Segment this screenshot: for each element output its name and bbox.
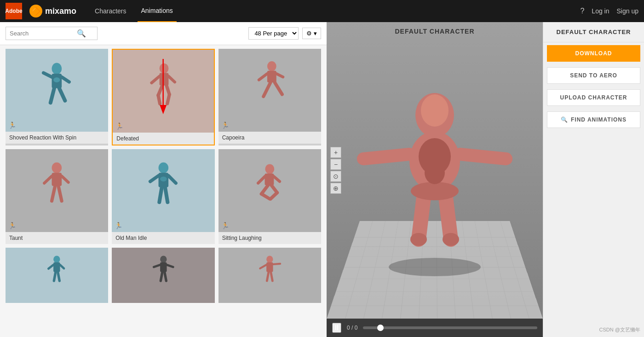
send-to-aero-button[interactable]: SEND TO AERO	[547, 67, 640, 84]
left-panel: 🔍 48 Per page 24 Per page 12 Per page ⚙ …	[0, 22, 327, 337]
svg-point-62	[389, 258, 481, 276]
svg-line-43	[270, 193, 277, 199]
upload-character-button[interactable]: UPLOAD CHARACTER	[547, 89, 640, 106]
zoom-out-button[interactable]: −	[330, 159, 341, 170]
search-icon: 🔍	[77, 29, 86, 38]
search-bar: 🔍 48 Per page 24 Per page 12 Per page ⚙ …	[0, 22, 327, 45]
anim-card-0[interactable]: 🏃 Shoved Reaction With Spin	[6, 49, 108, 145]
svg-point-7	[160, 64, 169, 74]
svg-rect-8	[160, 73, 169, 85]
svg-line-32	[168, 176, 176, 183]
svg-point-23	[52, 163, 62, 173]
svg-point-76	[411, 182, 459, 200]
anim-label-1: Defeated	[113, 133, 213, 145]
download-button[interactable]: DOWNLOAD	[547, 45, 640, 62]
char-figure-0	[16, 57, 98, 123]
svg-point-0	[52, 63, 62, 75]
per-page-select[interactable]: 48 Per page 24 Per page 12 Per page	[248, 27, 299, 40]
main-layout: 🔍 48 Per page 24 Per page 12 Per page ⚙ …	[0, 22, 644, 337]
svg-line-52	[154, 265, 160, 267]
help-icon[interactable]: ?	[580, 7, 584, 15]
svg-line-48	[54, 272, 56, 281]
timeline-thumb[interactable]	[377, 325, 384, 331]
anim-card-5[interactable]: 🏃 Sitting Laughing	[218, 149, 321, 244]
char-figure-7	[122, 253, 205, 297]
top-navigation: Adobe 🔶 mixamo Characters Animations ? L…	[0, 0, 644, 22]
svg-line-28	[58, 186, 62, 201]
time-display: 0 / 0	[347, 325, 357, 331]
animation-grid-wrap: 🏃 Shoved Reaction With Spin	[0, 45, 327, 337]
char-figure-8	[229, 253, 311, 297]
character-3d-svg	[347, 55, 522, 285]
svg-line-4	[51, 88, 54, 103]
nav-characters[interactable]: Characters	[91, 0, 130, 22]
svg-line-41	[261, 194, 270, 199]
timeline-track[interactable]	[363, 326, 537, 329]
run-icon-2: 🏃	[221, 122, 229, 129]
svg-line-70	[460, 154, 506, 159]
svg-line-53	[167, 265, 173, 267]
run-icon-3: 🏃	[8, 222, 16, 229]
signup-link[interactable]: Sign up	[617, 7, 638, 15]
svg-line-14	[167, 94, 170, 104]
anim-card-2[interactable]: 🏃 Capoeira	[218, 49, 321, 145]
reset-view-button[interactable]: ⊙	[330, 171, 341, 182]
pause-button[interactable]: ⏸	[332, 323, 341, 333]
char-figure-2	[229, 57, 311, 123]
svg-line-12	[158, 95, 160, 104]
svg-line-31	[150, 176, 158, 182]
search-input-wrap: 🔍	[6, 27, 98, 40]
char-figure-6	[16, 253, 98, 297]
svg-line-27	[52, 186, 55, 201]
camera-button[interactable]: ⊕	[330, 183, 341, 194]
anim-label-4: Old Man Idle	[112, 232, 214, 244]
search-input[interactable]	[10, 30, 74, 37]
svg-point-35	[160, 176, 167, 181]
svg-line-21	[264, 82, 270, 97]
svg-line-61	[271, 272, 273, 281]
svg-rect-24	[52, 173, 62, 186]
anim-card-3[interactable]: 🏃 Taunt	[6, 149, 108, 244]
anim-card-4[interactable]: 🏃 Old Man Idle	[112, 149, 214, 244]
adobe-label: Adobe	[5, 8, 22, 14]
run-icon-1: 🏃	[115, 122, 123, 130]
svg-line-33	[159, 187, 161, 202]
svg-point-36	[265, 164, 274, 174]
magnifier-icon: 🔍	[561, 116, 568, 123]
gear-button[interactable]: ⚙ ▾	[302, 28, 321, 39]
svg-line-10	[169, 76, 175, 82]
svg-point-17	[267, 61, 276, 71]
viewport-title: DEFAULT CHARACTER	[395, 28, 474, 35]
svg-line-22	[275, 82, 282, 94]
svg-line-34	[165, 187, 167, 202]
sidebar-title: DEFAULT CHARACTER	[543, 22, 644, 42]
svg-point-71	[500, 153, 512, 164]
svg-point-75	[443, 233, 459, 246]
svg-line-46	[49, 265, 54, 268]
svg-rect-51	[160, 262, 167, 272]
anim-card-8[interactable]	[218, 248, 321, 303]
svg-line-25	[45, 176, 52, 183]
anim-card-7[interactable]	[112, 248, 214, 303]
svg-point-50	[160, 256, 167, 263]
login-link[interactable]: Log in	[592, 7, 609, 15]
svg-line-26	[62, 176, 68, 183]
char-figure-1	[123, 58, 203, 124]
find-animations-button[interactable]: 🔍 FIND ANIMATIONS	[547, 111, 640, 128]
find-anim-label: FIND ANIMATIONS	[571, 116, 627, 123]
run-icon-5: 🏃	[221, 222, 229, 229]
svg-line-60	[267, 272, 269, 281]
svg-line-3	[62, 77, 69, 82]
char-figure-4	[122, 157, 205, 224]
char-figure-3	[16, 157, 98, 224]
anim-card-1[interactable]: 🏃 Defeated	[112, 49, 214, 145]
svg-point-67	[421, 94, 448, 127]
svg-line-2	[44, 73, 52, 77]
nav-animations[interactable]: Animations	[138, 0, 177, 22]
svg-rect-18	[267, 71, 276, 82]
viewport: DEFAULT CHARACTER + − ⊙ ⊕	[327, 22, 543, 319]
playback-bar: ⏸ 0 / 0	[327, 319, 543, 337]
anim-card-6[interactable]	[6, 248, 108, 303]
zoom-in-button[interactable]: +	[330, 147, 341, 158]
anim-label-2: Capoeira	[218, 132, 321, 144]
